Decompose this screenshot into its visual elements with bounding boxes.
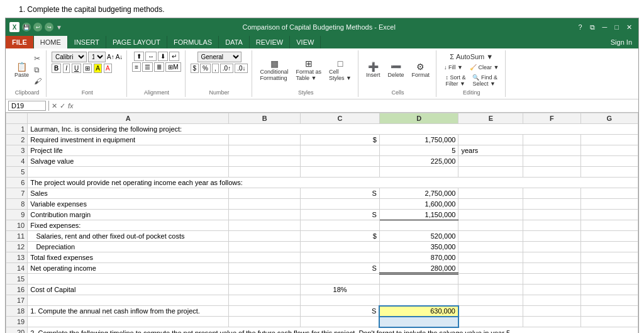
cell-styles-btn[interactable]: □ CellStyles ▼ bbox=[326, 58, 354, 82]
cell-D5[interactable] bbox=[379, 167, 458, 178]
cell-B15[interactable] bbox=[229, 274, 301, 285]
cell-D2[interactable]: 1,750,000 bbox=[379, 135, 458, 145]
undo-btn[interactable]: ↩ bbox=[33, 23, 42, 31]
cell-E14[interactable] bbox=[458, 263, 523, 274]
cell-B4[interactable] bbox=[229, 156, 301, 167]
cut-btn[interactable]: ✂ bbox=[33, 54, 42, 64]
cell-D3[interactable]: 5 bbox=[379, 145, 458, 156]
cell-E15[interactable] bbox=[458, 274, 523, 285]
cancel-formula-icon[interactable]: ✕ bbox=[52, 102, 57, 110]
cell-C7[interactable]: S bbox=[301, 188, 380, 199]
fill-btn[interactable]: ↓ Fill ▼ bbox=[441, 63, 465, 72]
cell-B19[interactable] bbox=[229, 317, 301, 327]
cell-G9[interactable] bbox=[580, 210, 638, 220]
cell-F17[interactable] bbox=[523, 295, 580, 306]
cell-C10[interactable] bbox=[301, 220, 380, 231]
cell-G7[interactable] bbox=[580, 188, 638, 199]
cell-A9[interactable]: Contribution margin bbox=[28, 210, 229, 220]
align-middle-btn[interactable]: ↔ bbox=[145, 52, 157, 61]
cell-B8[interactable] bbox=[229, 199, 301, 210]
number-format-select[interactable]: General bbox=[197, 52, 242, 62]
tab-data[interactable]: DATA bbox=[219, 36, 250, 48]
cell-D19[interactable] bbox=[379, 317, 458, 327]
align-top-btn[interactable]: ⬆ bbox=[134, 52, 144, 61]
tab-view[interactable]: VIEW bbox=[290, 36, 321, 48]
find-select-btn[interactable]: 🔍 Find &Select ▼ bbox=[470, 73, 500, 88]
cell-E18[interactable] bbox=[458, 306, 523, 317]
cell-F14[interactable] bbox=[523, 263, 580, 274]
cell-D12[interactable]: 350,000 bbox=[379, 242, 458, 252]
cell-A10[interactable]: Fixed expenses: bbox=[28, 220, 229, 231]
tab-insert[interactable]: INSERT bbox=[68, 36, 106, 48]
cell-A3[interactable]: Project life bbox=[28, 145, 229, 156]
wrap-text-btn[interactable]: ↵ bbox=[169, 52, 179, 61]
cell-F12[interactable] bbox=[523, 242, 580, 252]
cell-E5[interactable] bbox=[458, 167, 523, 178]
cell-D17[interactable] bbox=[379, 295, 458, 306]
cell-G3[interactable] bbox=[580, 145, 638, 156]
cell-E3[interactable]: years bbox=[458, 145, 523, 156]
sign-in-btn[interactable]: Sign In bbox=[604, 36, 638, 48]
tab-formulas[interactable]: FORMULAS bbox=[167, 36, 219, 48]
tab-page-layout[interactable]: PAGE LAYOUT bbox=[106, 36, 167, 48]
cell-A4[interactable]: Salvage value bbox=[28, 156, 229, 167]
clear-btn[interactable]: 🧹 Clear ▼ bbox=[467, 63, 501, 72]
cell-F15[interactable] bbox=[523, 274, 580, 285]
currency-btn[interactable]: $ bbox=[191, 64, 199, 73]
cell-F13[interactable] bbox=[523, 252, 580, 263]
font-color-btn[interactable]: A bbox=[104, 64, 112, 73]
percent-btn[interactable]: % bbox=[200, 64, 211, 73]
cell-C3[interactable] bbox=[301, 145, 380, 156]
autosum-btn[interactable]: Σ AutoSum ▼ bbox=[447, 52, 496, 62]
cell-A8[interactable]: Variable expenses bbox=[28, 199, 229, 210]
cell-D18[interactable]: 630,000 bbox=[379, 306, 458, 317]
align-right-btn[interactable]: ≣ bbox=[154, 62, 164, 72]
format-cells-btn[interactable]: ⚙ Format bbox=[409, 61, 432, 79]
tab-review[interactable]: REVIEW bbox=[250, 36, 290, 48]
cell-C4[interactable] bbox=[301, 156, 380, 167]
cell-C12[interactable] bbox=[301, 242, 380, 252]
cell-D14[interactable]: 280,000 bbox=[379, 263, 458, 274]
align-center-btn[interactable]: ☰ bbox=[142, 62, 153, 72]
cell-B17[interactable] bbox=[229, 295, 301, 306]
cell-D15[interactable] bbox=[379, 274, 458, 285]
cell-B12[interactable] bbox=[229, 242, 301, 252]
tab-file[interactable]: FILE bbox=[6, 36, 34, 48]
cell-D10[interactable] bbox=[379, 220, 458, 231]
cell-B9[interactable] bbox=[229, 210, 301, 220]
cell-E10[interactable] bbox=[458, 220, 523, 231]
cell-F9[interactable] bbox=[523, 210, 580, 220]
cell-A5[interactable] bbox=[28, 167, 229, 178]
cell-C9[interactable]: S bbox=[301, 210, 380, 220]
cell-F18[interactable] bbox=[523, 306, 580, 317]
col-header-C[interactable]: C bbox=[301, 113, 380, 124]
merge-center-btn[interactable]: ⊞M bbox=[165, 62, 180, 72]
cell-B3[interactable] bbox=[229, 145, 301, 156]
minimize-btn[interactable]: ─ bbox=[600, 23, 610, 31]
comma-btn[interactable]: , bbox=[212, 64, 219, 73]
cell-A20[interactable]: 2. Complete the following timeline to co… bbox=[28, 327, 638, 334]
bold-btn[interactable]: B bbox=[52, 64, 61, 73]
cell-E8[interactable] bbox=[458, 199, 523, 210]
cell-F5[interactable] bbox=[523, 167, 580, 178]
cell-G13[interactable] bbox=[580, 252, 638, 263]
cell-E9[interactable] bbox=[458, 210, 523, 220]
cell-E7[interactable] bbox=[458, 188, 523, 199]
cell-G16[interactable] bbox=[580, 285, 638, 295]
cell-D13[interactable]: 870,000 bbox=[379, 252, 458, 263]
redo-btn[interactable]: ↪ bbox=[45, 23, 53, 31]
cell-B7[interactable] bbox=[229, 188, 301, 199]
cell-G14[interactable] bbox=[580, 263, 638, 274]
copy-btn[interactable]: ⧉ bbox=[33, 65, 42, 75]
cell-C16[interactable]: 18% bbox=[301, 285, 380, 295]
sort-filter-btn[interactable]: ↕ Sort &Filter ▼ bbox=[443, 73, 468, 88]
decrease-font-btn[interactable]: A↓ bbox=[116, 54, 123, 60]
save-btn[interactable]: 💾 bbox=[22, 23, 31, 31]
cell-A15[interactable] bbox=[28, 274, 229, 285]
cell-A12[interactable]: Depreciation bbox=[28, 242, 229, 252]
cell-C17[interactable] bbox=[301, 295, 380, 306]
cell-G8[interactable] bbox=[580, 199, 638, 210]
increase-font-btn[interactable]: A↑ bbox=[107, 54, 114, 60]
confirm-formula-icon[interactable]: ✓ bbox=[60, 102, 65, 110]
cell-E11[interactable] bbox=[458, 231, 523, 242]
